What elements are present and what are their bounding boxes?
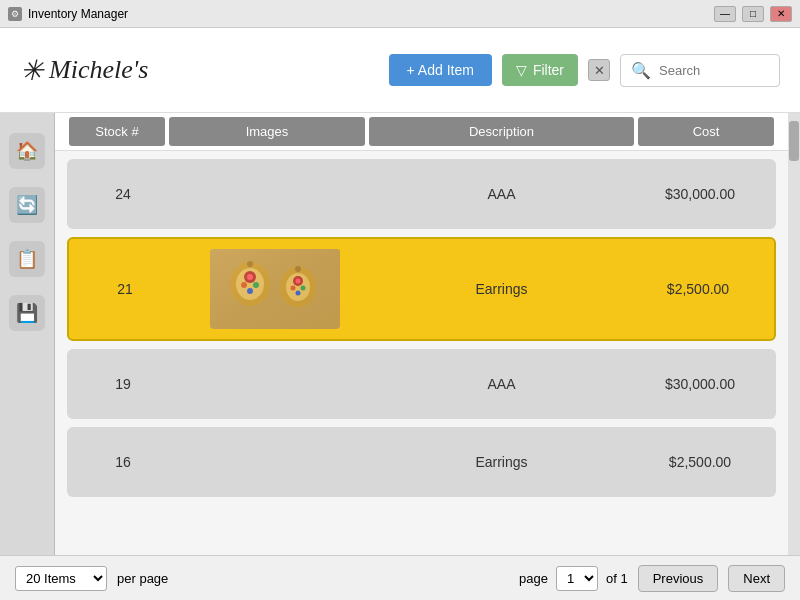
minimize-button[interactable]: — xyxy=(714,6,736,22)
sidebar-save-button[interactable]: 💾 xyxy=(9,295,45,331)
description-cell: AAA xyxy=(373,186,630,202)
page-info: page 1 of 1 xyxy=(519,566,628,591)
stock-number: 16 xyxy=(73,454,173,470)
jewelry-image xyxy=(210,249,340,329)
svg-rect-19 xyxy=(210,249,340,329)
scrollbar-thumb[interactable] xyxy=(789,121,799,161)
items-per-page-select[interactable]: 20 Items 50 Items 100 Items xyxy=(15,566,107,591)
header-actions: + Add Item ▽ Filter ✕ 🔍 xyxy=(389,54,780,87)
title-bar-left: ⚙ Inventory Manager xyxy=(8,7,128,21)
inventory-row[interactable]: 19 AAA $30,000.00 xyxy=(67,349,776,419)
close-button[interactable]: ✕ xyxy=(770,6,792,22)
maximize-button[interactable]: □ xyxy=(742,6,764,22)
of-label: of 1 xyxy=(606,571,628,586)
page-number-select[interactable]: 1 xyxy=(556,566,598,591)
description-cell: Earrings xyxy=(373,454,630,470)
page-label: page xyxy=(519,571,548,586)
col-images: Images xyxy=(169,117,365,146)
col-stock: Stock # xyxy=(69,117,165,146)
logo-asterisk: ✳ xyxy=(20,54,43,87)
filter-button[interactable]: ▽ Filter xyxy=(502,54,578,86)
sidebar: 🏠 🔄 📋 💾 xyxy=(0,113,55,555)
inventory-row-selected[interactable]: 21 xyxy=(67,237,776,341)
sidebar-refresh-button[interactable]: 🔄 xyxy=(9,187,45,223)
previous-button[interactable]: Previous xyxy=(638,565,719,592)
cost-cell: $2,500.00 xyxy=(630,454,770,470)
scrollbar-track[interactable] xyxy=(788,113,800,555)
search-icon: 🔍 xyxy=(631,61,651,80)
col-description: Description xyxy=(369,117,634,146)
col-cost: Cost xyxy=(638,117,774,146)
search-input[interactable] xyxy=(659,63,769,78)
main-area: 🏠 🔄 📋 💾 Stock # Images Description Cost … xyxy=(0,113,800,555)
filter-close-button[interactable]: ✕ xyxy=(588,59,610,81)
image-cell xyxy=(175,249,375,329)
stock-number: 24 xyxy=(73,186,173,202)
stock-number: 19 xyxy=(73,376,173,392)
window-controls[interactable]: — □ ✕ xyxy=(714,6,792,22)
cost-cell: $30,000.00 xyxy=(630,186,770,202)
header: ✳ Michele's + Add Item ▽ Filter ✕ 🔍 xyxy=(0,28,800,113)
per-page-label: per page xyxy=(117,571,168,586)
sidebar-home-button[interactable]: 🏠 xyxy=(9,133,45,169)
logo: ✳ Michele's xyxy=(20,54,148,87)
cost-cell: $30,000.00 xyxy=(630,376,770,392)
search-box: 🔍 xyxy=(620,54,780,87)
title-bar: ⚙ Inventory Manager — □ ✕ xyxy=(0,0,800,28)
description-cell: Earrings xyxy=(375,281,628,297)
add-item-button[interactable]: + Add Item xyxy=(389,54,492,86)
app-icon: ⚙ xyxy=(8,7,22,21)
inventory-list: 24 AAA $30,000.00 21 xyxy=(55,151,788,555)
inventory-row[interactable]: 16 Earrings $2,500.00 xyxy=(67,427,776,497)
sidebar-clipboard-button[interactable]: 📋 xyxy=(9,241,45,277)
filter-icon: ▽ xyxy=(516,62,527,78)
stock-number: 21 xyxy=(75,281,175,297)
content-area: Stock # Images Description Cost 24 AAA $… xyxy=(55,113,788,555)
filter-label: Filter xyxy=(533,62,564,78)
description-cell: AAA xyxy=(373,376,630,392)
inventory-row[interactable]: 24 AAA $30,000.00 xyxy=(67,159,776,229)
app-title: Inventory Manager xyxy=(28,7,128,21)
next-button[interactable]: Next xyxy=(728,565,785,592)
column-headers: Stock # Images Description Cost xyxy=(55,113,788,151)
cost-cell: $2,500.00 xyxy=(628,281,768,297)
logo-text: Michele's xyxy=(49,55,148,85)
footer: 20 Items 50 Items 100 Items per page pag… xyxy=(0,555,800,600)
